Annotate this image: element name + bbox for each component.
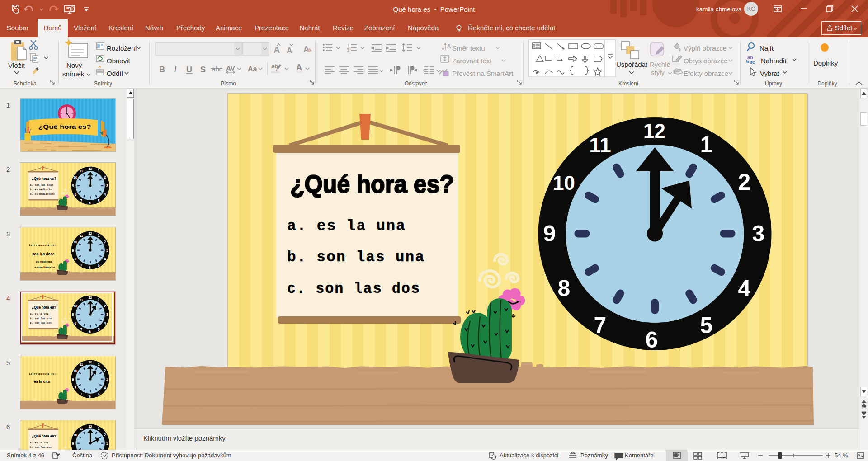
svg-text:Doplňky: Doplňky <box>817 80 837 87</box>
svg-text:I: I <box>174 65 177 74</box>
svg-text:Rychlé: Rychlé <box>650 61 670 68</box>
svg-text:c. es medianoche: c. es medianoche <box>30 193 55 195</box>
svg-text:Výplň obrazce: Výplň obrazce <box>684 44 726 52</box>
svg-text:Najít: Najít <box>760 44 774 52</box>
svg-text:Snímky: Snímky <box>94 80 112 87</box>
svg-text:A: A <box>287 46 292 55</box>
svg-text:es medianoche: es medianoche <box>35 265 55 268</box>
svg-text:¿Qué hora es?: ¿Qué hora es? <box>32 176 56 181</box>
svg-text:B: B <box>159 65 165 74</box>
svg-text:3: 3 <box>347 48 349 52</box>
svg-text:la respuesta es:: la respuesta es: <box>29 372 57 376</box>
svg-text:Směr textu: Směr textu <box>452 44 485 52</box>
svg-text:Doplňky: Doplňky <box>813 59 838 67</box>
svg-text:Schránka: Schránka <box>14 80 37 87</box>
svg-text:a. son las doce: a. son las doce <box>30 184 53 186</box>
svg-text:es la una: es la una <box>34 380 50 384</box>
svg-text:A: A <box>274 45 280 55</box>
svg-text:Kreslení: Kreslení <box>618 80 639 87</box>
svg-text:Zarovnat text: Zarovnat text <box>452 57 492 65</box>
svg-text:A: A <box>447 43 451 50</box>
svg-text:Obnovit: Obnovit <box>107 57 131 65</box>
svg-text:la respuesta es:: la respuesta es: <box>29 244 57 247</box>
svg-text:Převést na SmartArt: Převést na SmartArt <box>452 70 514 77</box>
svg-text:a. es la dos: a. es la dos <box>30 442 48 444</box>
svg-text:b. son las dos: b. son las dos <box>30 446 52 448</box>
svg-text:Odstavec: Odstavec <box>405 80 428 87</box>
svg-text:Nahradit: Nahradit <box>761 57 787 65</box>
svg-text:U: U <box>186 65 192 74</box>
svg-text:¿Qué hora es?: ¿Qué hora es? <box>32 434 56 438</box>
svg-text:ac: ac <box>750 59 755 65</box>
svg-text:Efekty obrazce: Efekty obrazce <box>684 70 728 77</box>
svg-text:styly: styly <box>651 69 665 76</box>
svg-text:Uspořádat: Uspořádat <box>616 61 648 68</box>
svg-text:a. es la una: a. es la una <box>287 218 406 235</box>
svg-text:Písmo: Písmo <box>221 80 236 87</box>
svg-text:¿Qué hora es?: ¿Qué hora es? <box>290 169 454 198</box>
svg-text:Obrys obrazce: Obrys obrazce <box>684 57 728 65</box>
svg-text:A: A <box>296 63 302 72</box>
svg-text:es mediodía: es mediodía <box>36 260 52 263</box>
svg-text:Aa: Aa <box>248 65 257 73</box>
svg-text:Vybrat: Vybrat <box>760 70 780 77</box>
svg-text:AV: AV <box>226 64 235 72</box>
svg-text:Vložit: Vložit <box>8 61 25 69</box>
svg-text:Úpravy: Úpravy <box>765 80 782 87</box>
svg-text:Nový: Nový <box>66 61 82 69</box>
svg-text:son las doce: son las doce <box>32 252 55 256</box>
svg-text:b. es mediodía: b. es mediodía <box>30 188 52 191</box>
svg-text:S: S <box>200 65 206 74</box>
svg-text:¿Qué hora es?: ¿Qué hora es? <box>38 123 91 130</box>
svg-text:Oddíl: Oddíl <box>107 70 123 77</box>
svg-text:Rozložení: Rozložení <box>107 44 137 52</box>
svg-text:snímek: snímek <box>62 70 85 78</box>
